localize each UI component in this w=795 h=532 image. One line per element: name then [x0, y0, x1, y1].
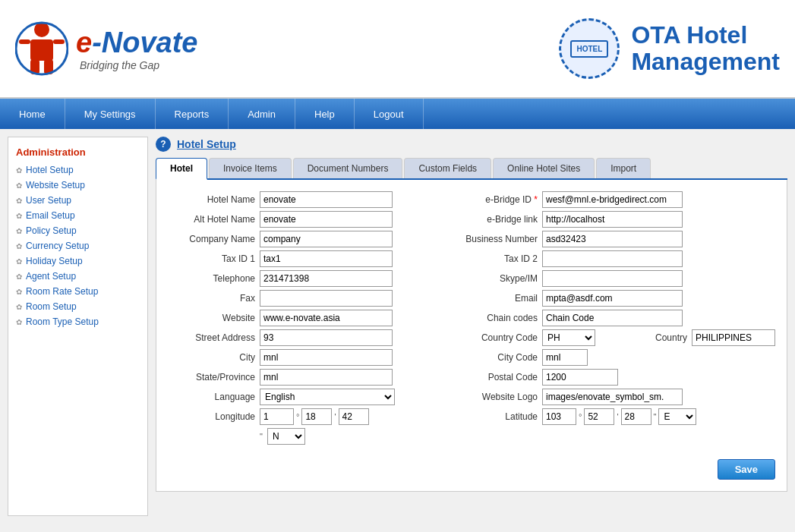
postal-code-row: Postal Code	[450, 369, 775, 386]
language-select[interactable]: English	[260, 389, 395, 405]
fax-label: Fax	[168, 293, 255, 304]
sidebar-item-currency-setup[interactable]: ✿ Currency Setup	[8, 238, 147, 253]
city-input[interactable]	[260, 349, 393, 366]
nav-reports[interactable]: Reports	[156, 99, 229, 129]
sidebar-label: User Setup	[26, 195, 71, 206]
language-row: Language English	[168, 389, 435, 405]
tax-id2-input[interactable]	[542, 250, 683, 267]
business-number-label: Business Number	[450, 234, 538, 244]
latitude-sec-input[interactable]	[621, 408, 651, 425]
website-logo-input[interactable]	[542, 389, 683, 405]
telephone-input[interactable]	[260, 270, 393, 287]
bullet-icon: ✿	[16, 197, 22, 205]
tab-import[interactable]: Import	[596, 158, 651, 178]
longitude-label: Longitude	[168, 411, 255, 422]
tax-id1-row: Tax ID 1	[168, 250, 435, 267]
logo-tagline: Bridging the Gap	[80, 59, 198, 71]
bullet-icon: ✿	[16, 166, 22, 175]
sidebar-item-room-rate-setup[interactable]: ✿ Room Rate Setup	[8, 284, 147, 299]
state-province-row: State/Province	[168, 369, 435, 386]
hotel-name-row: Hotel Name	[168, 191, 435, 208]
latitude-min-input[interactable]	[584, 408, 614, 425]
city-code-input[interactable]	[542, 349, 588, 366]
sidebar-item-room-type-setup[interactable]: ✿ Room Type Setup	[8, 314, 147, 329]
tab-document-numbers[interactable]: Document Numbers	[293, 158, 403, 178]
sidebar-item-room-setup[interactable]: ✿ Room Setup	[8, 299, 147, 314]
tab-hotel[interactable]: Hotel	[156, 158, 207, 180]
city-row: City	[168, 349, 435, 366]
hotel-name-label: Hotel Name	[168, 194, 255, 205]
tax-id2-label: Tax ID 2	[450, 253, 538, 264]
business-number-input[interactable]	[542, 231, 683, 247]
website-input[interactable]	[260, 310, 393, 326]
sidebar-item-holiday-setup[interactable]: ✿ Holiday Setup	[8, 253, 147, 269]
country-code-select[interactable]: PH	[542, 329, 595, 346]
state-province-input[interactable]	[260, 369, 393, 386]
sidebar-item-website-setup[interactable]: ✿ Website Setup	[8, 178, 147, 193]
sidebar-item-policy-setup[interactable]: ✿ Policy Setup	[8, 223, 147, 238]
street-address-label: Street Address	[168, 332, 255, 343]
sidebar-item-agent-setup[interactable]: ✿ Agent Setup	[8, 269, 147, 284]
save-button[interactable]: Save	[718, 459, 775, 480]
nav-logout[interactable]: Logout	[355, 99, 424, 129]
sidebar-item-user-setup[interactable]: ✿ User Setup	[8, 193, 147, 208]
ebridge-id-label: e-Bridge ID *	[450, 194, 538, 205]
sidebar-label: Agent Setup	[26, 271, 76, 282]
longitude-min-input[interactable]	[301, 408, 332, 425]
company-name-input[interactable]	[260, 231, 393, 247]
main-nav: Home My Settings Reports Admin Help Logo…	[0, 99, 795, 129]
tax-id1-label: Tax ID 1	[168, 253, 255, 264]
form-panel: Hotel Name Alt Hotel Name Company Name T…	[156, 180, 787, 492]
country-input[interactable]	[692, 329, 775, 346]
help-circle-icon[interactable]: ?	[156, 137, 171, 152]
bullet-icon: ✿	[16, 272, 22, 281]
sidebar-label: Email Setup	[26, 210, 75, 221]
email-input[interactable]	[542, 290, 683, 307]
tax-id1-input[interactable]	[260, 250, 393, 267]
tab-custom-fields[interactable]: Custom Fields	[404, 158, 491, 178]
ebridge-id-row: e-Bridge ID *	[450, 191, 775, 208]
fax-input[interactable]	[260, 290, 393, 307]
content-area: Administration ✿ Hotel Setup ✿ Website S…	[0, 129, 795, 524]
hotel-name-input[interactable]	[260, 191, 393, 208]
skype-input[interactable]	[542, 270, 683, 287]
page-title: Hotel Setup	[177, 138, 236, 150]
ebridge-id-input[interactable]	[542, 191, 683, 208]
longitude-sec-input[interactable]	[339, 408, 369, 425]
tab-online-hotel-sites[interactable]: Online Hotel Sites	[493, 158, 595, 178]
latitude-dir-select[interactable]: E W	[658, 408, 696, 425]
postal-code-input[interactable]	[542, 369, 618, 386]
sidebar-label: Holiday Setup	[26, 256, 83, 266]
latitude-deg-input[interactable]	[542, 408, 576, 425]
longitude-dir-select[interactable]: N S	[267, 428, 305, 445]
hotel-badge: HOTEL	[559, 18, 620, 79]
nav-home[interactable]: Home	[0, 99, 65, 129]
tax-id2-row: Tax ID 2	[450, 250, 775, 267]
sidebar-label: Policy Setup	[26, 225, 77, 236]
sidebar-label: Room Rate Setup	[26, 286, 98, 297]
longitude-deg-input[interactable]	[260, 408, 294, 425]
latitude-row: Latitude ° ' " E W	[450, 408, 775, 425]
city-code-label: City Code	[450, 352, 538, 363]
ebridge-link-input[interactable]	[542, 211, 683, 228]
alt-hotel-name-input[interactable]	[260, 211, 393, 228]
sidebar-item-email-setup[interactable]: ✿ Email Setup	[8, 208, 147, 223]
deg-symbol: °	[579, 412, 582, 421]
svg-rect-1	[30, 39, 53, 61]
country-code-label: Country Code	[450, 332, 538, 343]
tab-bar: Hotel Invoice Items Document Numbers Cus…	[156, 158, 787, 180]
latitude-inputs: ° ' " E W	[542, 408, 696, 425]
email-row: Email	[450, 290, 775, 307]
nav-help[interactable]: Help	[295, 99, 355, 129]
street-address-row: Street Address	[168, 329, 435, 346]
chain-codes-input[interactable]	[542, 310, 683, 326]
nav-admin[interactable]: Admin	[229, 99, 295, 129]
tab-invoice-items[interactable]: Invoice Items	[209, 158, 292, 178]
logo-left: e-Novate Bridging the Gap	[15, 18, 198, 79]
nav-my-settings[interactable]: My Settings	[65, 99, 156, 129]
bullet-icon: ✿	[16, 303, 22, 311]
form-right-column: e-Bridge ID * e-Bridge link Business Num…	[450, 191, 775, 448]
sidebar-item-hotel-setup[interactable]: ✿ Hotel Setup	[8, 162, 147, 178]
company-name-row: Company Name	[168, 231, 435, 247]
street-address-input[interactable]	[260, 329, 393, 346]
